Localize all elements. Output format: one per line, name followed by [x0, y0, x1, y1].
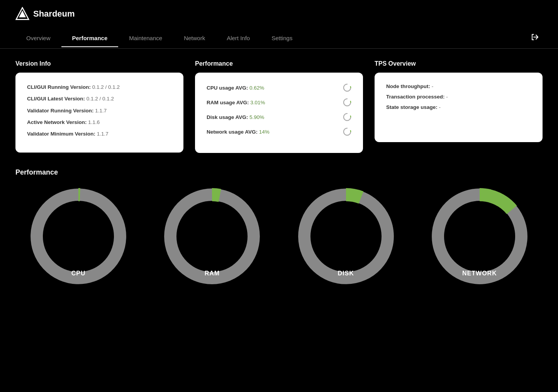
version-info-item-1: CLI/GUI Latest Version: 0.1.2 / 0.1.2 — [27, 95, 172, 103]
nav-item-alert-info[interactable]: Alert Info — [216, 29, 261, 47]
chart-network: NETWORK — [431, 188, 528, 285]
chart-label-ram: RAM — [205, 270, 220, 277]
performance-card: CPU usage AVG: 0.62% RAM usage AVG: — [195, 73, 363, 153]
version-info-item-0: CLI/GUI Running Version: 0.1.2 / 0.1.2 — [27, 83, 172, 91]
version-info-title: Version Info — [15, 60, 183, 67]
charts-row: CPU RAM DISK NETW — [15, 188, 543, 285]
tps-card: Node throughput: - Transaction processed… — [375, 73, 543, 142]
donut-wrapper-network: NETWORK — [431, 188, 528, 285]
nav-item-settings[interactable]: Settings — [261, 29, 303, 47]
donut-wrapper-cpu: CPU — [30, 188, 127, 285]
performance-card-section: Performance CPU usage AVG: 0.62% — [195, 60, 363, 153]
chart-cpu: CPU — [30, 188, 127, 285]
chart-label-disk: DISK — [338, 270, 354, 277]
donut-wrapper-ram: RAM — [164, 188, 260, 285]
version-info-item-4: Validator Minimum Version: 1.1.7 — [27, 130, 172, 138]
tps-item-1: Transaction processed: - — [386, 94, 531, 100]
disk-metric: Disk usage AVG: 5.90% — [207, 113, 351, 121]
version-info-item-2: Validator Running Version: 1.1.7 — [27, 107, 172, 115]
perf-metrics: CPU usage AVG: 0.62% RAM usage AVG: — [207, 83, 351, 142]
nav-item-network[interactable]: Network — [173, 29, 216, 47]
performance-metrics-row: CPU usage AVG: 0.62% RAM usage AVG: — [207, 83, 351, 142]
nav-item-overview[interactable]: Overview — [15, 29, 61, 47]
version-info-card: CLI/GUI Running Version: 0.1.2 / 0.1.2 C… — [15, 73, 183, 153]
app-name: Shardeum — [33, 9, 75, 19]
nav-item-performance[interactable]: Performance — [61, 29, 119, 47]
logo-icon — [15, 7, 29, 21]
version-info-section: Version Info CLI/GUI Running Version: 0.… — [15, 60, 183, 153]
chart-label-network: NETWORK — [462, 270, 497, 277]
performance-card-title: Performance — [195, 60, 363, 67]
cpu-refresh-icon[interactable] — [343, 83, 351, 92]
cards-row: Version Info CLI/GUI Running Version: 0.… — [15, 60, 543, 153]
chart-label-cpu: CPU — [71, 270, 86, 277]
chart-ram: RAM — [164, 188, 260, 285]
main-nav: Overview Performance Maintenance Network… — [0, 28, 558, 49]
disk-refresh-icon[interactable] — [343, 113, 351, 121]
perf-section-title: Performance — [15, 168, 543, 176]
main-content: Version Info CLI/GUI Running Version: 0.… — [0, 49, 558, 296]
version-info-item-3: Active Network Version: 1.1.6 — [27, 119, 172, 126]
network-metric: Network usage AVG: 14% — [207, 127, 351, 136]
tps-item-2: State storage usage: - — [386, 104, 531, 110]
logout-button[interactable] — [527, 28, 543, 48]
chart-disk: DISK — [298, 188, 394, 285]
tps-item-0: Node throughput: - — [386, 83, 531, 89]
tps-section: TPS Overview Node throughput: - Transact… — [375, 60, 543, 153]
donut-wrapper-disk: DISK — [298, 188, 394, 285]
header: Shardeum — [0, 0, 558, 28]
network-refresh-icon[interactable] — [343, 127, 351, 136]
tps-title: TPS Overview — [375, 60, 543, 67]
logo-area: Shardeum — [15, 7, 75, 21]
cpu-metric: CPU usage AVG: 0.62% — [207, 83, 351, 92]
ram-metric: RAM usage AVG: 3.01% — [207, 98, 351, 107]
nav-item-maintenance[interactable]: Maintenance — [118, 29, 173, 47]
ram-refresh-icon[interactable] — [343, 98, 351, 107]
svg-point-2 — [35, 193, 122, 280]
